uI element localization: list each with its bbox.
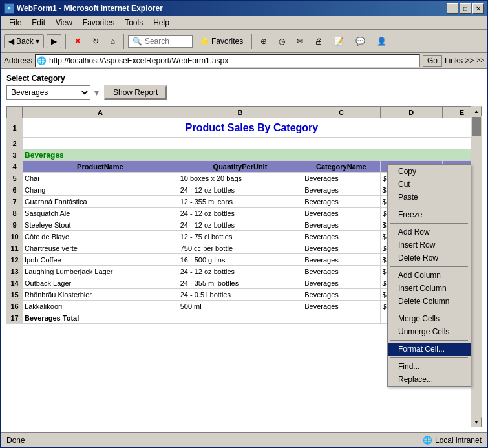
scroll-track bbox=[471, 116, 482, 417]
back-label: Back bbox=[16, 37, 34, 46]
menu-edit[interactable]: Edit bbox=[27, 17, 50, 28]
address-input[interactable] bbox=[47, 55, 418, 67]
scroll-up-button[interactable]: ▲ bbox=[471, 106, 482, 116]
forward-arrow-icon: ▶ bbox=[51, 37, 57, 46]
maximize-button[interactable]: □ bbox=[460, 3, 471, 14]
row-3-header: 3 bbox=[7, 149, 23, 161]
category-select[interactable]: Beverages Condiments Confections Dairy P… bbox=[6, 85, 90, 100]
search-input[interactable] bbox=[145, 37, 190, 46]
corner-header bbox=[7, 107, 23, 118]
header-productname: ProductName bbox=[23, 161, 178, 173]
v-scrollbar[interactable]: ▲ ▼ bbox=[471, 106, 482, 427]
row-12-header: 12 bbox=[7, 254, 23, 266]
select-category-label: Select Category bbox=[6, 74, 482, 83]
cell-8-a: Sasquatch Ale bbox=[23, 208, 178, 219]
category-cell: Beverages bbox=[23, 149, 482, 161]
ctx-cut[interactable]: Cut bbox=[388, 178, 471, 191]
row-11-header: 11 bbox=[7, 242, 23, 254]
ctx-merge-cells[interactable]: Merge Cells bbox=[388, 312, 471, 325]
cell-6-b: 24 - 12 oz bottles bbox=[178, 184, 302, 196]
sep2 bbox=[123, 34, 124, 49]
menu-favorites[interactable]: Favorites bbox=[78, 17, 120, 28]
discuss-button[interactable]: 💬 bbox=[351, 34, 370, 48]
intranet-icon: 🌐 bbox=[423, 436, 432, 445]
ctx-insert-column[interactable]: Insert Column bbox=[388, 282, 471, 295]
row-7-header: 7 bbox=[7, 196, 23, 208]
cell-9-b: 24 - 12 oz bottles bbox=[178, 219, 302, 231]
ctx-add-row[interactable]: Add Row bbox=[388, 226, 471, 239]
cell-12-a: Ipoh Coffee bbox=[23, 254, 178, 266]
col-header-b[interactable]: B bbox=[178, 107, 302, 118]
scroll-thumb[interactable] bbox=[472, 117, 481, 136]
ctx-add-column[interactable]: Add Column bbox=[388, 269, 471, 282]
sep3 bbox=[251, 34, 252, 49]
stop-button[interactable]: ✕ bbox=[70, 34, 85, 48]
col-header-d[interactable]: D bbox=[380, 107, 442, 118]
ctx-freeze[interactable]: Freeze bbox=[388, 208, 471, 221]
cell-11-b: 750 cc per bottle bbox=[178, 242, 302, 254]
ctx-unmerge-cells[interactable]: Unmerge Cells bbox=[388, 325, 471, 338]
row-13-header: 13 bbox=[7, 266, 23, 277]
stop-icon: ✕ bbox=[74, 37, 81, 46]
ctx-replace[interactable]: Replace... bbox=[388, 373, 471, 386]
menu-view[interactable]: View bbox=[50, 17, 78, 28]
favorites-button[interactable]: ⭐ Favorites bbox=[195, 34, 248, 48]
edit-button[interactable]: 📝 bbox=[330, 34, 348, 48]
menu-tools[interactable]: Tools bbox=[120, 17, 148, 28]
header-category: CategoryName bbox=[302, 161, 380, 173]
ctx-delete-column[interactable]: Delete Column bbox=[388, 295, 471, 308]
cell-7-c: Beverages bbox=[302, 196, 380, 208]
cell-17-b bbox=[178, 312, 302, 324]
toolbar: ◀ Back ▾ ▶ ✕ ↻ ⌂ 🔍 ⭐ Favorites ⊕ bbox=[1, 30, 487, 53]
back-button[interactable]: ◀ Back ▾ bbox=[4, 34, 44, 48]
cell-15-a: Rhönbräu Klosterbier bbox=[23, 289, 178, 301]
print-icon: 🖨 bbox=[315, 37, 323, 46]
ctx-paste[interactable]: Paste bbox=[388, 191, 471, 204]
home-button[interactable]: ⌂ bbox=[106, 34, 120, 48]
edit-icon: 📝 bbox=[334, 37, 344, 46]
messenger-button[interactable]: 👤 bbox=[372, 34, 391, 48]
col-header-a[interactable]: A bbox=[23, 107, 178, 118]
home-icon: ⌂ bbox=[111, 37, 115, 46]
title-buttons: _ □ ✕ bbox=[447, 3, 484, 14]
ctx-copy[interactable]: Copy bbox=[388, 165, 471, 178]
close-button[interactable]: ✕ bbox=[472, 3, 484, 14]
menu-help[interactable]: Help bbox=[148, 17, 175, 28]
status-bar: Done 🌐 Local intranet bbox=[1, 432, 487, 447]
mail-button[interactable]: ✉ bbox=[292, 34, 308, 48]
scroll-down-button[interactable]: ▼ bbox=[471, 417, 482, 427]
menu-file[interactable]: File bbox=[4, 17, 27, 28]
col-header-c[interactable]: C bbox=[302, 107, 380, 118]
media-button[interactable]: ⊕ bbox=[256, 34, 271, 48]
show-report-button[interactable]: Show Report bbox=[104, 85, 167, 100]
forward-button[interactable]: ▶ bbox=[47, 34, 61, 48]
ctx-delete-row[interactable]: Delete Row bbox=[388, 251, 471, 264]
ctx-format-cell[interactable]: Format Cell... bbox=[388, 343, 471, 356]
ctx-sep1 bbox=[390, 206, 468, 206]
links-label: Links >> bbox=[445, 56, 474, 65]
cell-10-c: Beverages bbox=[302, 231, 380, 242]
back-dropdown-icon: ▾ bbox=[36, 37, 39, 46]
refresh-icon: ↻ bbox=[92, 37, 99, 46]
resize-icon: >> bbox=[476, 57, 484, 64]
print-button[interactable]: 🖨 bbox=[310, 34, 327, 48]
row-16-header: 16 bbox=[7, 301, 23, 312]
address-label: Address bbox=[4, 56, 32, 65]
spreadsheet-container: A B C D E 1 Product Sales By Category bbox=[6, 106, 482, 427]
ctx-insert-row[interactable]: Insert Row bbox=[388, 239, 471, 251]
ctx-find[interactable]: Find... bbox=[388, 360, 471, 373]
refresh-button[interactable]: ↻ bbox=[88, 34, 103, 48]
go-button[interactable]: Go bbox=[423, 55, 442, 67]
row-10-header: 10 bbox=[7, 231, 23, 242]
row-2-a bbox=[23, 138, 482, 149]
history-button[interactable]: ◷ bbox=[274, 34, 290, 48]
minimize-button[interactable]: _ bbox=[447, 3, 458, 14]
cell-7-b: 12 - 355 ml cans bbox=[178, 196, 302, 208]
cell-13-a: Laughing Lumberjack Lager bbox=[23, 266, 178, 277]
row-14-header: 14 bbox=[7, 277, 23, 289]
table-row: 1 Product Sales By Category bbox=[7, 118, 482, 138]
search-box[interactable]: 🔍 bbox=[128, 35, 193, 48]
table-row: 3 Beverages bbox=[7, 149, 482, 161]
row-2-header: 2 bbox=[7, 138, 23, 149]
cell-5-c: Beverages bbox=[302, 173, 380, 184]
